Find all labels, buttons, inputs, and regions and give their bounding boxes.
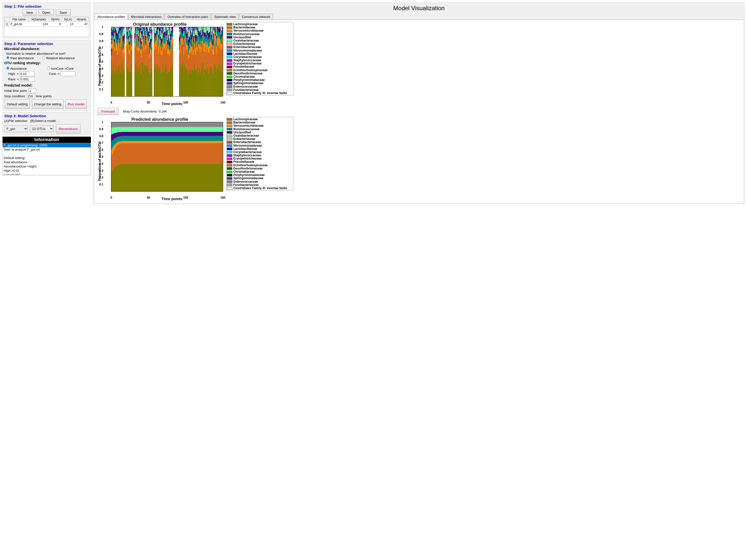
svg-rect-835 (202, 27, 203, 29)
svg-rect-277 (141, 30, 142, 31)
file-table[interactable]: File nameN(Sample)N(HA)N(LA)N(rare) 1F_g… (4, 17, 89, 36)
svg-rect-69 (117, 29, 118, 34)
svg-rect-293 (143, 51, 144, 71)
bray-curtis-label: Bray-Curtis dissimilarity: 0.184 (123, 109, 167, 113)
tab-overview-of-interaction-pairs[interactable]: Overview of interaction pairs (164, 14, 211, 20)
svg-rect-928 (212, 39, 213, 45)
reconstruct-button[interactable]: Reconstruct (56, 124, 80, 133)
svg-rect-441 (158, 32, 159, 34)
svg-rect-762 (195, 29, 196, 30)
svg-rect-570 (170, 69, 171, 96)
svg-rect-166 (128, 28, 129, 29)
svg-rect-485 (162, 34, 162, 36)
svg-rect-424 (157, 64, 157, 96)
svg-rect-275 (141, 34, 142, 36)
svg-rect-404 (154, 50, 155, 70)
core-input[interactable] (60, 72, 75, 76)
svg-rect-832 (202, 41, 203, 46)
svg-rect-51 (115, 27, 116, 28)
tab-abundance-profiles[interactable]: Abundance profiles (95, 14, 128, 20)
radio-raw[interactable]: Raw abundance (6, 56, 34, 60)
svg-rect-183 (130, 38, 131, 44)
svg-rect-712 (190, 45, 191, 53)
svg-rect-636 (183, 27, 183, 28)
svg-rect-124 (123, 69, 124, 96)
svg-rect-891 (209, 74, 209, 96)
initial-input[interactable] (29, 88, 36, 93)
rare-input[interactable] (20, 77, 35, 82)
svg-rect-79 (119, 66, 120, 96)
svg-rect-1001 (221, 44, 221, 49)
svg-rect-320 (146, 32, 146, 36)
run-model-button[interactable]: Run model (66, 100, 87, 109)
svg-rect-368 (150, 53, 151, 73)
tab-consensus-network[interactable]: Consensus network (239, 14, 273, 20)
otu-select[interactable]: 22 OTUs (30, 126, 54, 132)
svg-rect-6 (111, 44, 112, 47)
stop-input[interactable] (27, 94, 35, 99)
new-button[interactable]: New (23, 9, 36, 16)
svg-rect-443 (158, 28, 159, 30)
svg-rect-296 (143, 36, 144, 39)
svg-rect-585 (172, 37, 172, 43)
svg-rect-653 (185, 65, 186, 96)
svg-rect-175 (129, 35, 130, 37)
radio-noncore[interactable]: nonCore->Core: (47, 67, 74, 71)
svg-rect-422 (156, 30, 157, 34)
information-log[interactable]: F_gut.txt is progressing: 100%Start to a… (2, 143, 91, 175)
svg-rect-859 (205, 32, 206, 36)
svg-rect-613 (181, 64, 181, 96)
radio-relative[interactable]: Relative abundance (42, 56, 75, 60)
svg-rect-330 (146, 27, 147, 29)
information-title: Information (2, 137, 91, 143)
tab-sytematic-view[interactable]: Sytematic view (211, 14, 238, 20)
svg-rect-671 (186, 28, 187, 30)
open-button[interactable]: Open (38, 9, 54, 16)
svg-rect-3 (111, 51, 112, 55)
svg-rect-338 (148, 69, 148, 96)
tab-microbial-interactions[interactable]: Microbial interactions (128, 14, 164, 20)
svg-rect-15 (111, 29, 112, 31)
file-select[interactable]: F_gut (4, 126, 28, 132)
default-setting-button[interactable]: Default setting (5, 100, 30, 109)
svg-rect-179 (129, 27, 130, 28)
high-input[interactable] (20, 72, 34, 76)
svg-rect-748 (193, 27, 194, 29)
svg-rect-687 (188, 31, 189, 33)
svg-rect-210 (135, 45, 136, 63)
svg-rect-843 (203, 50, 204, 74)
svg-rect-890 (208, 27, 209, 28)
change-setting-button[interactable]: Change the setting (32, 100, 63, 109)
svg-rect-118 (123, 35, 123, 41)
svg-rect-267 (141, 73, 142, 96)
radio-abundance[interactable]: Abundance: (6, 67, 27, 71)
svg-rect-627 (182, 38, 183, 43)
svg-rect-143 (126, 30, 127, 38)
svg-rect-942 (213, 27, 214, 28)
svg-rect-477 (161, 29, 162, 30)
svg-rect-419 (156, 49, 157, 69)
svg-rect-940 (213, 30, 214, 31)
svg-rect-730 (192, 32, 192, 39)
svg-rect-912 (211, 43, 212, 47)
forecast-button[interactable]: Forecast (98, 108, 119, 115)
svg-rect-615 (181, 37, 181, 41)
svg-rect-718 (191, 47, 192, 51)
svg-rect-52 (116, 73, 117, 96)
svg-rect-793 (198, 37, 198, 42)
save-button[interactable]: Save (56, 9, 71, 16)
svg-rect-253 (139, 27, 140, 32)
svg-rect-134 (124, 44, 125, 53)
svg-rect-919 (212, 50, 212, 69)
svg-rect-439 (158, 38, 159, 46)
svg-rect-431 (157, 40, 158, 65)
svg-rect-591 (172, 37, 173, 46)
svg-rect-904 (210, 66, 211, 96)
svg-rect-853 (204, 28, 205, 33)
svg-rect-180 (130, 72, 131, 96)
svg-rect-285 (142, 27, 143, 31)
svg-rect-171 (129, 45, 130, 50)
svg-rect-820 (201, 27, 201, 30)
svg-rect-664 (186, 27, 186, 30)
svg-rect-2 (111, 55, 112, 59)
